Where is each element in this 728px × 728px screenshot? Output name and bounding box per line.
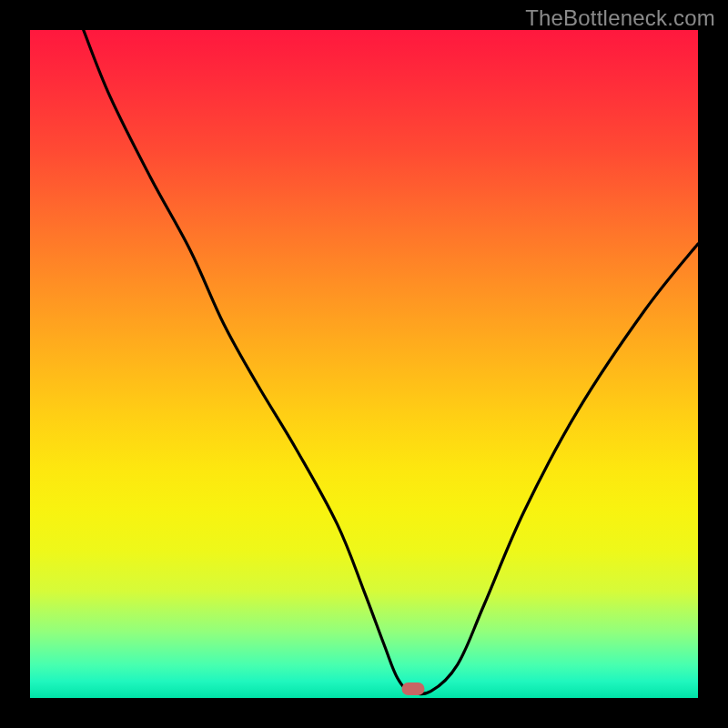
chart-frame: TheBottleneck.com xyxy=(0,0,728,728)
optimum-marker xyxy=(401,682,424,695)
plot-area xyxy=(30,30,698,698)
bottleneck-curve xyxy=(30,30,698,698)
watermark-text: TheBottleneck.com xyxy=(525,5,715,31)
